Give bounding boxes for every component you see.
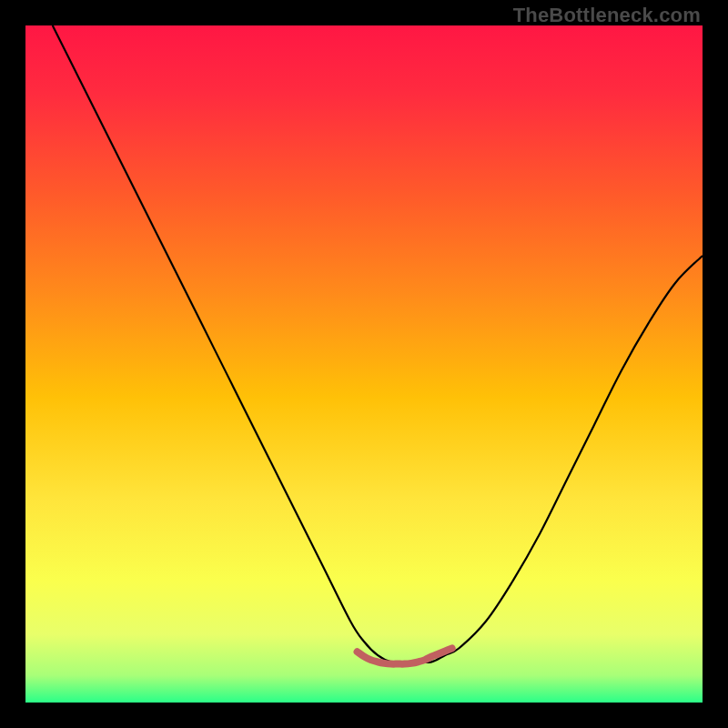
watermark-text: TheBottleneck.com xyxy=(513,4,701,27)
chart-svg xyxy=(25,25,703,703)
gradient-background xyxy=(25,25,703,703)
chart-frame xyxy=(25,25,703,703)
